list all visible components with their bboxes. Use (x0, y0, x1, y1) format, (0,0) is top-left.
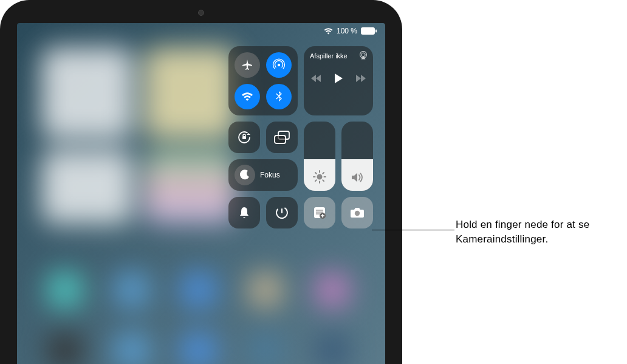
brightness-slider[interactable] (304, 122, 335, 191)
screen-mirroring-icon (274, 131, 290, 144)
airdrop-toggle[interactable] (266, 52, 292, 78)
timer-icon (275, 206, 289, 219)
orientation-lock-toggle[interactable] (228, 122, 260, 153)
previous-track-button[interactable] (310, 74, 321, 83)
screen-mirroring-button[interactable] (266, 122, 298, 153)
airdrop-icon (272, 58, 286, 72)
now-playing-label: Afspiller ikke (310, 52, 348, 60)
bluetooth-toggle[interactable] (266, 84, 292, 109)
camera-button[interactable] (341, 197, 373, 228)
front-camera (198, 10, 204, 16)
camera-icon (350, 207, 365, 219)
callout-text: Hold en finger nede for at se Kamerainds… (456, 218, 627, 247)
svg-point-2 (278, 64, 280, 66)
ipad-device-frame: 100 % (0, 0, 402, 364)
focus-label: Fokus (260, 171, 280, 179)
bell-icon (238, 206, 250, 219)
media-playback-tile[interactable]: Afspiller ikke (304, 46, 373, 115)
quick-note-button[interactable] (304, 197, 335, 228)
note-add-icon (313, 206, 326, 219)
airplane-mode-toggle[interactable] (235, 52, 260, 78)
next-track-button[interactable] (355, 74, 366, 83)
svg-point-27 (355, 211, 360, 216)
wifi-icon (241, 92, 253, 101)
battery-percent-label: 100 % (337, 27, 357, 35)
volume-icon (351, 171, 364, 184)
ipad-screen: 100 % (17, 23, 385, 364)
callout-leader-line (372, 230, 454, 230)
status-bar: 100 % (324, 27, 377, 35)
svg-line-15 (323, 180, 324, 181)
svg-rect-0 (361, 27, 375, 35)
svg-line-14 (315, 173, 317, 174)
svg-rect-6 (242, 136, 246, 139)
rotation-lock-icon (236, 129, 252, 145)
connectivity-tile[interactable] (228, 46, 298, 115)
svg-line-17 (323, 173, 324, 174)
do-not-disturb-icon (239, 170, 250, 180)
svg-line-16 (315, 180, 317, 181)
brightness-icon (313, 170, 326, 184)
wifi-toggle[interactable] (235, 84, 260, 109)
airplay-icon[interactable] (358, 51, 368, 60)
battery-icon (361, 27, 377, 35)
airplane-icon (241, 59, 253, 71)
svg-point-9 (317, 174, 323, 180)
svg-rect-1 (375, 30, 377, 33)
bluetooth-icon (275, 91, 283, 103)
control-center: Afspiller ikke (228, 46, 374, 228)
volume-slider[interactable] (341, 122, 373, 191)
wifi-status-icon (324, 28, 333, 35)
play-button[interactable] (334, 73, 343, 84)
silent-mode-toggle[interactable] (228, 197, 260, 228)
focus-tile[interactable]: Fokus (228, 159, 298, 191)
timer-button[interactable] (266, 197, 298, 228)
svg-rect-8 (275, 136, 286, 143)
